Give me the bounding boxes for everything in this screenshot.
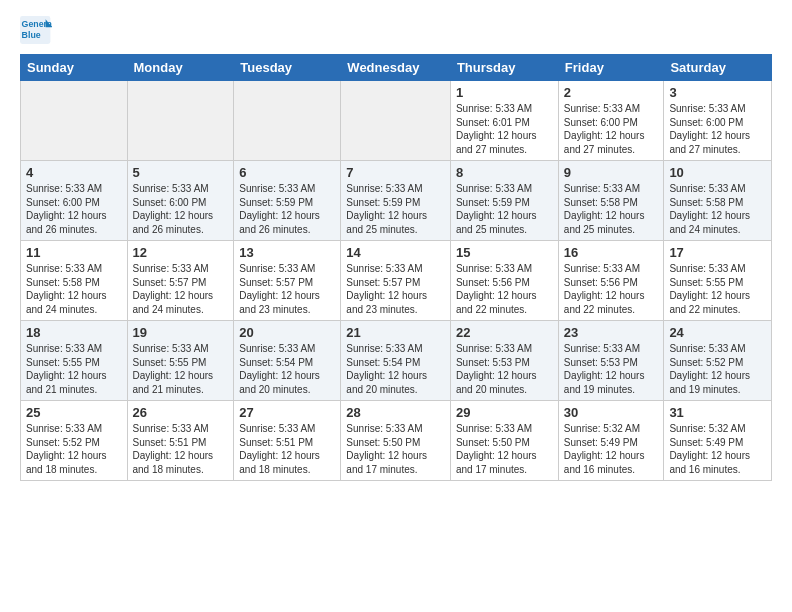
day-info: Sunrise: 5:33 AM Sunset: 5:56 PM Dayligh… [564, 262, 659, 316]
calendar-cell: 9Sunrise: 5:33 AM Sunset: 5:58 PM Daylig… [558, 161, 664, 241]
calendar-cell: 2Sunrise: 5:33 AM Sunset: 6:00 PM Daylig… [558, 81, 664, 161]
day-number: 19 [133, 325, 229, 340]
calendar-cell: 8Sunrise: 5:33 AM Sunset: 5:59 PM Daylig… [450, 161, 558, 241]
day-info: Sunrise: 5:33 AM Sunset: 6:01 PM Dayligh… [456, 102, 553, 156]
calendar-cell: 27Sunrise: 5:33 AM Sunset: 5:51 PM Dayli… [234, 401, 341, 481]
week-row-1: 1Sunrise: 5:33 AM Sunset: 6:01 PM Daylig… [21, 81, 772, 161]
day-number: 17 [669, 245, 766, 260]
day-number: 11 [26, 245, 122, 260]
page: General Blue SundayMondayTuesdayWednesda… [0, 0, 792, 491]
day-info: Sunrise: 5:33 AM Sunset: 5:54 PM Dayligh… [346, 342, 445, 396]
day-info: Sunrise: 5:33 AM Sunset: 6:00 PM Dayligh… [26, 182, 122, 236]
logo: General Blue [20, 16, 56, 44]
week-row-2: 4Sunrise: 5:33 AM Sunset: 6:00 PM Daylig… [21, 161, 772, 241]
day-number: 30 [564, 405, 659, 420]
weekday-header-sunday: Sunday [21, 55, 128, 81]
day-number: 13 [239, 245, 335, 260]
day-info: Sunrise: 5:33 AM Sunset: 5:55 PM Dayligh… [26, 342, 122, 396]
calendar-cell: 4Sunrise: 5:33 AM Sunset: 6:00 PM Daylig… [21, 161, 128, 241]
weekday-header-monday: Monday [127, 55, 234, 81]
day-number: 2 [564, 85, 659, 100]
day-number: 18 [26, 325, 122, 340]
day-info: Sunrise: 5:33 AM Sunset: 5:57 PM Dayligh… [239, 262, 335, 316]
day-info: Sunrise: 5:33 AM Sunset: 5:53 PM Dayligh… [564, 342, 659, 396]
day-info: Sunrise: 5:33 AM Sunset: 5:59 PM Dayligh… [346, 182, 445, 236]
day-info: Sunrise: 5:33 AM Sunset: 5:58 PM Dayligh… [26, 262, 122, 316]
calendar-cell: 10Sunrise: 5:33 AM Sunset: 5:58 PM Dayli… [664, 161, 772, 241]
day-info: Sunrise: 5:33 AM Sunset: 5:59 PM Dayligh… [239, 182, 335, 236]
day-number: 12 [133, 245, 229, 260]
day-info: Sunrise: 5:33 AM Sunset: 5:51 PM Dayligh… [133, 422, 229, 476]
calendar-cell: 23Sunrise: 5:33 AM Sunset: 5:53 PM Dayli… [558, 321, 664, 401]
day-number: 8 [456, 165, 553, 180]
day-info: Sunrise: 5:32 AM Sunset: 5:49 PM Dayligh… [564, 422, 659, 476]
day-number: 7 [346, 165, 445, 180]
weekday-header-thursday: Thursday [450, 55, 558, 81]
day-info: Sunrise: 5:33 AM Sunset: 5:52 PM Dayligh… [26, 422, 122, 476]
calendar-cell: 13Sunrise: 5:33 AM Sunset: 5:57 PM Dayli… [234, 241, 341, 321]
header: General Blue [20, 16, 772, 44]
weekday-header-saturday: Saturday [664, 55, 772, 81]
day-number: 16 [564, 245, 659, 260]
day-number: 1 [456, 85, 553, 100]
calendar-cell [127, 81, 234, 161]
day-number: 6 [239, 165, 335, 180]
calendar-cell: 3Sunrise: 5:33 AM Sunset: 6:00 PM Daylig… [664, 81, 772, 161]
day-number: 29 [456, 405, 553, 420]
day-info: Sunrise: 5:33 AM Sunset: 5:55 PM Dayligh… [133, 342, 229, 396]
day-number: 3 [669, 85, 766, 100]
day-number: 25 [26, 405, 122, 420]
day-info: Sunrise: 5:33 AM Sunset: 5:58 PM Dayligh… [564, 182, 659, 236]
day-info: Sunrise: 5:33 AM Sunset: 5:50 PM Dayligh… [346, 422, 445, 476]
day-info: Sunrise: 5:33 AM Sunset: 5:57 PM Dayligh… [346, 262, 445, 316]
day-info: Sunrise: 5:33 AM Sunset: 5:53 PM Dayligh… [456, 342, 553, 396]
calendar-cell: 22Sunrise: 5:33 AM Sunset: 5:53 PM Dayli… [450, 321, 558, 401]
calendar-cell [234, 81, 341, 161]
calendar-cell: 21Sunrise: 5:33 AM Sunset: 5:54 PM Dayli… [341, 321, 451, 401]
calendar-cell [21, 81, 128, 161]
weekday-header-wednesday: Wednesday [341, 55, 451, 81]
day-number: 15 [456, 245, 553, 260]
day-number: 28 [346, 405, 445, 420]
svg-text:Blue: Blue [22, 30, 41, 40]
calendar-cell: 7Sunrise: 5:33 AM Sunset: 5:59 PM Daylig… [341, 161, 451, 241]
day-number: 24 [669, 325, 766, 340]
calendar-cell: 5Sunrise: 5:33 AM Sunset: 6:00 PM Daylig… [127, 161, 234, 241]
calendar-cell: 17Sunrise: 5:33 AM Sunset: 5:55 PM Dayli… [664, 241, 772, 321]
calendar-cell: 25Sunrise: 5:33 AM Sunset: 5:52 PM Dayli… [21, 401, 128, 481]
calendar-cell: 28Sunrise: 5:33 AM Sunset: 5:50 PM Dayli… [341, 401, 451, 481]
day-info: Sunrise: 5:33 AM Sunset: 5:59 PM Dayligh… [456, 182, 553, 236]
calendar-cell: 12Sunrise: 5:33 AM Sunset: 5:57 PM Dayli… [127, 241, 234, 321]
week-row-3: 11Sunrise: 5:33 AM Sunset: 5:58 PM Dayli… [21, 241, 772, 321]
day-info: Sunrise: 5:33 AM Sunset: 5:58 PM Dayligh… [669, 182, 766, 236]
calendar-cell: 19Sunrise: 5:33 AM Sunset: 5:55 PM Dayli… [127, 321, 234, 401]
day-info: Sunrise: 5:33 AM Sunset: 5:50 PM Dayligh… [456, 422, 553, 476]
day-number: 22 [456, 325, 553, 340]
calendar-cell: 15Sunrise: 5:33 AM Sunset: 5:56 PM Dayli… [450, 241, 558, 321]
calendar-table: SundayMondayTuesdayWednesdayThursdayFrid… [20, 54, 772, 481]
calendar-cell: 24Sunrise: 5:33 AM Sunset: 5:52 PM Dayli… [664, 321, 772, 401]
day-info: Sunrise: 5:33 AM Sunset: 5:55 PM Dayligh… [669, 262, 766, 316]
day-number: 27 [239, 405, 335, 420]
day-info: Sunrise: 5:32 AM Sunset: 5:49 PM Dayligh… [669, 422, 766, 476]
calendar-cell: 31Sunrise: 5:32 AM Sunset: 5:49 PM Dayli… [664, 401, 772, 481]
calendar-cell [341, 81, 451, 161]
day-info: Sunrise: 5:33 AM Sunset: 5:52 PM Dayligh… [669, 342, 766, 396]
day-number: 4 [26, 165, 122, 180]
calendar-cell: 18Sunrise: 5:33 AM Sunset: 5:55 PM Dayli… [21, 321, 128, 401]
calendar-cell: 26Sunrise: 5:33 AM Sunset: 5:51 PM Dayli… [127, 401, 234, 481]
day-number: 5 [133, 165, 229, 180]
day-info: Sunrise: 5:33 AM Sunset: 5:54 PM Dayligh… [239, 342, 335, 396]
day-number: 23 [564, 325, 659, 340]
weekday-header-friday: Friday [558, 55, 664, 81]
day-number: 26 [133, 405, 229, 420]
calendar-cell: 16Sunrise: 5:33 AM Sunset: 5:56 PM Dayli… [558, 241, 664, 321]
day-info: Sunrise: 5:33 AM Sunset: 5:56 PM Dayligh… [456, 262, 553, 316]
day-number: 10 [669, 165, 766, 180]
week-row-5: 25Sunrise: 5:33 AM Sunset: 5:52 PM Dayli… [21, 401, 772, 481]
day-number: 21 [346, 325, 445, 340]
day-info: Sunrise: 5:33 AM Sunset: 5:51 PM Dayligh… [239, 422, 335, 476]
calendar-cell: 6Sunrise: 5:33 AM Sunset: 5:59 PM Daylig… [234, 161, 341, 241]
day-info: Sunrise: 5:33 AM Sunset: 6:00 PM Dayligh… [133, 182, 229, 236]
calendar-cell: 30Sunrise: 5:32 AM Sunset: 5:49 PM Dayli… [558, 401, 664, 481]
